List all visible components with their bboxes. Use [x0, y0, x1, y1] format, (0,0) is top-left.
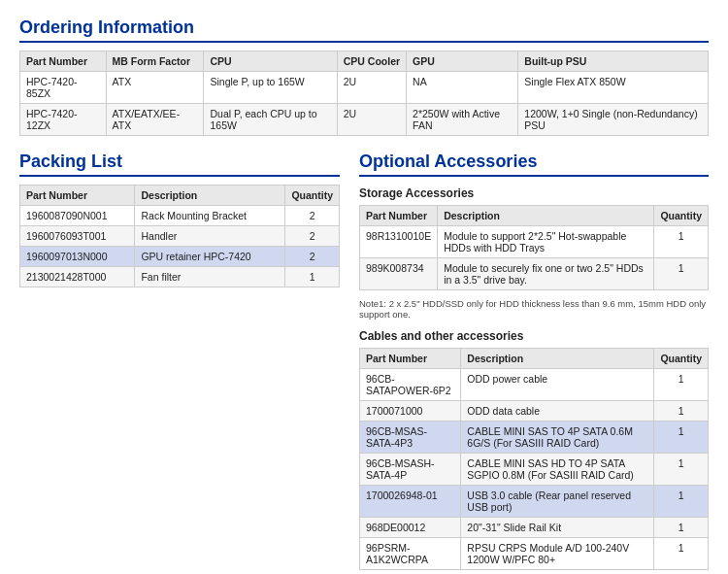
ordering-cell: 2*250W with Active FAN: [407, 104, 518, 136]
storage-cell: 98R1310010E: [360, 226, 438, 258]
cables-table: Part NumberDescriptionQuantity 96CB-SATA…: [359, 348, 709, 570]
optional-section-title: Optional Accessories: [359, 152, 709, 177]
ordering-cell: ATX: [106, 72, 204, 104]
cables-cell: 1: [654, 518, 709, 538]
ordering-cell: HPC-7420-85ZX: [20, 72, 107, 104]
cables-cell: 96PSRM-A1K2WCRPA: [360, 538, 461, 570]
cables-cell: 968DE00012: [360, 518, 461, 538]
cables-cell: 96CB-MSASH-SATA-4P: [360, 454, 461, 486]
packing-section-title: Packing List: [19, 152, 340, 177]
ordering-cell: 1200W, 1+0 Single (non-Redundancy) PSU: [518, 104, 709, 136]
cables-row: 96PSRM-A1K2WCRPARPSU CRPS Module A/D 100…: [360, 538, 709, 570]
ordering-cell: ATX/EATX/EE-ATX: [106, 104, 204, 136]
ordering-col-header: MB Form Factor: [106, 51, 204, 72]
storage-row: 98R1310010EModule to support 2*2.5" Hot-…: [360, 226, 709, 258]
packing-table: Part NumberDescriptionQuantity 196008709…: [19, 185, 340, 287]
packing-cell: 2: [285, 247, 340, 267]
cables-cell: CABLE MINI SAS TO 4P SATA 0.6M 6G/S (For…: [461, 422, 654, 454]
cables-cell: 20"-31" Slide Rail Kit: [461, 518, 654, 538]
packing-col-header: Part Number: [20, 186, 135, 206]
cables-cell: 1: [654, 454, 709, 486]
ordering-col-header: Part Number: [20, 51, 107, 72]
cables-row: 96CB-SATAPOWER-6P2ODD power cable1: [360, 369, 709, 401]
packing-cell: 2: [285, 206, 340, 226]
packing-col-header: Description: [135, 186, 285, 206]
storage-cell: 1: [654, 258, 709, 290]
cables-cell: ODD data cable: [461, 401, 654, 422]
cables-cell: 96CB-MSAS-SATA-4P3: [360, 422, 461, 454]
cables-subtitle: Cables and other accessories: [359, 329, 709, 343]
ordering-table: Part NumberMB Form FactorCPUCPU CoolerGP…: [19, 51, 709, 136]
ordering-col-header: CPU: [204, 51, 337, 72]
ordering-col-header: CPU Cooler: [337, 51, 406, 72]
packing-row: 1960087090N001Rack Mounting Bracket2: [20, 206, 340, 226]
ordering-cell: Dual P, each CPU up to 165W: [204, 104, 337, 136]
storage-table: Part NumberDescriptionQuantity 98R131001…: [359, 205, 709, 290]
packing-cell: GPU retainer HPC-7420: [135, 247, 285, 267]
ordering-row: HPC-7420-85ZXATXSingle P, up to 165W2UNA…: [20, 72, 709, 104]
cables-row: 96CB-MSASH-SATA-4PCABLE MINI SAS HD TO 4…: [360, 454, 709, 486]
packing-row: 1960097013N000GPU retainer HPC-74202: [20, 247, 340, 267]
ordering-col-header: Built-up PSU: [518, 51, 709, 72]
cables-cell: 1700071000: [360, 401, 461, 422]
storage-cell: 1: [654, 226, 709, 258]
cables-cell: RPSU CRPS Module A/D 100-240V 1200W W/PF…: [461, 538, 654, 570]
cables-row: 968DE0001220"-31" Slide Rail Kit1: [360, 518, 709, 538]
cables-cell: 1: [654, 538, 709, 570]
cables-cell: 1: [654, 401, 709, 422]
packing-cell: 1960087090N001: [20, 206, 135, 226]
storage-col-header: Description: [438, 206, 654, 226]
storage-subtitle: Storage Accessories: [359, 186, 709, 200]
packing-row: 2130021428T000Fan filter1: [20, 267, 340, 287]
ordering-cell: 2U: [337, 72, 406, 104]
storage-row: 989K008734Module to securely fix one or …: [360, 258, 709, 290]
packing-cell: Rack Mounting Bracket: [135, 206, 285, 226]
ordering-row: HPC-7420-12ZXATX/EATX/EE-ATXDual P, each…: [20, 104, 709, 136]
ordering-section-title: Ordering Information: [19, 17, 709, 43]
packing-cell: Fan filter: [135, 267, 285, 287]
packing-cell: 2: [285, 226, 340, 247]
cables-cell: ODD power cable: [461, 369, 654, 401]
storage-cell: Module to securely fix one or two 2.5" H…: [438, 258, 654, 290]
storage-col-header: Part Number: [360, 206, 438, 226]
storage-cell: 989K008734: [360, 258, 438, 290]
packing-cell: Handler: [135, 226, 285, 247]
ordering-cell: Single P, up to 165W: [204, 72, 337, 104]
ordering-col-header: GPU: [407, 51, 518, 72]
cables-cell: USB 3.0 cable (Rear panel reserved USB p…: [461, 486, 654, 518]
packing-cell: 2130021428T000: [20, 267, 135, 287]
packing-col-header: Quantity: [285, 186, 340, 206]
packing-cell: 1960076093T001: [20, 226, 135, 247]
ordering-cell: HPC-7420-12ZX: [20, 104, 107, 136]
storage-col-header: Quantity: [654, 206, 709, 226]
cables-col-header: Part Number: [360, 349, 461, 369]
cables-cell: 1: [654, 422, 709, 454]
cables-cell: 1700026948-01: [360, 486, 461, 518]
ordering-cell: 2U: [337, 104, 406, 136]
cables-cell: CABLE MINI SAS HD TO 4P SATA SGPIO 0.8M …: [461, 454, 654, 486]
cables-col-header: Description: [461, 349, 654, 369]
storage-note: Note1: 2 x 2.5" HDD/SSD only for HDD thi…: [359, 298, 709, 320]
ordering-cell: Single Flex ATX 850W: [518, 72, 709, 104]
ordering-cell: NA: [407, 72, 518, 104]
cables-row: 1700071000ODD data cable1: [360, 401, 709, 422]
cables-cell: 1: [654, 486, 709, 518]
cables-row: 96CB-MSAS-SATA-4P3CABLE MINI SAS TO 4P S…: [360, 422, 709, 454]
packing-cell: 1960097013N000: [20, 247, 135, 267]
packing-cell: 1: [285, 267, 340, 287]
packing-row: 1960076093T001Handler2: [20, 226, 340, 247]
cables-row: 1700026948-01USB 3.0 cable (Rear panel r…: [360, 486, 709, 518]
cables-col-header: Quantity: [654, 349, 709, 369]
cables-cell: 96CB-SATAPOWER-6P2: [360, 369, 461, 401]
storage-cell: Module to support 2*2.5" Hot-swappable H…: [438, 226, 654, 258]
cables-cell: 1: [654, 369, 709, 401]
